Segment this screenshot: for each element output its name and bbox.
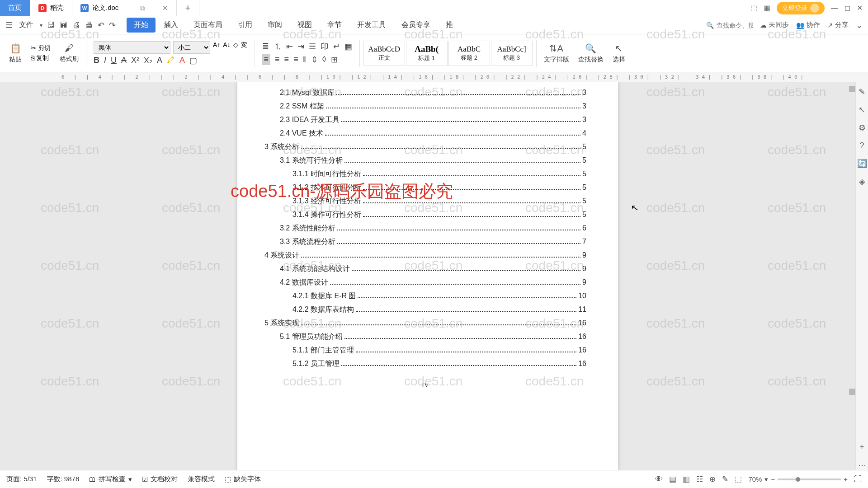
collab-button[interactable]: 👥 协作 (796, 21, 820, 29)
toc-entry[interactable]: 3.2 系统性能分析6 (264, 224, 586, 233)
phonetic-icon[interactable]: 変 (241, 41, 247, 54)
menu-tab-3[interactable]: 引用 (231, 18, 259, 33)
save-as-icon[interactable]: 🖬 (60, 20, 68, 30)
tab-close-icon[interactable]: ✕ (162, 4, 168, 12)
select-label[interactable]: 选择 (613, 56, 625, 64)
zoom-out-icon[interactable]: − (771, 475, 775, 483)
align-right-icon[interactable]: ≡ (284, 55, 289, 64)
redo-icon[interactable]: ↷ (109, 20, 116, 30)
toc-entry[interactable]: 3.1.1 时间可行性分析5 (264, 169, 586, 179)
settings-icon[interactable]: ⚙ (859, 123, 866, 133)
font-size-select[interactable]: 小二 (173, 41, 210, 54)
tab-daoke[interactable]: D稻壳 (30, 0, 72, 16)
proof-button[interactable]: ☑ 文档校对 (142, 475, 178, 483)
align-left-icon[interactable]: ≡ (262, 54, 271, 65)
menu-tab-5[interactable]: 视图 (290, 18, 319, 33)
format-painter-label[interactable]: 格式刷 (60, 55, 79, 63)
copy-button[interactable]: ⎘ 复制 (31, 54, 51, 62)
toc-entry[interactable]: 2.1 Mysql 数据库3 (264, 88, 586, 98)
toc-entry[interactable]: 4.1 系统功能结构设计9 (264, 264, 586, 274)
share-button[interactable]: ↗ 分享 (827, 21, 849, 29)
draft-view-icon[interactable]: ✎ (722, 474, 728, 484)
read-view-icon[interactable]: ▤ (669, 474, 676, 484)
toc-entry[interactable]: 4.2 数据库设计9 (264, 278, 586, 287)
word-count[interactable]: 字数: 9878 (47, 475, 80, 483)
style-标题 2[interactable]: AaBbC标题 2 (448, 41, 490, 66)
menu-tab-0[interactable]: 开始 (127, 18, 156, 33)
styles-gallery[interactable]: AaBbCcD正文AaBb(标题 1AaBbC标题 2AaBbCc]标题 3 (363, 41, 533, 66)
menu-tab-9[interactable]: 推 (439, 18, 460, 33)
text-layout-icon[interactable]: ⇅A (549, 43, 563, 54)
style-标题 1[interactable]: AaBb(标题 1 (406, 41, 448, 66)
document-area[interactable]: 2.1 Mysql 数据库32.2 SSM 框架32.3 IDEA 开发工具32… (0, 82, 855, 470)
cut-button[interactable]: ✂ 剪切 (31, 44, 51, 52)
bullets-icon[interactable]: ≣ (262, 42, 269, 52)
menu-tab-4[interactable]: 审阅 (260, 18, 289, 33)
clear-format-icon[interactable]: ◇ (233, 41, 238, 54)
missing-fonts[interactable]: ⬚ 缺失字体 (225, 475, 261, 483)
undo-icon[interactable]: ↶ (98, 20, 104, 30)
zoom-in-side-icon[interactable]: + (859, 442, 864, 452)
tab-document[interactable]: W论文.doc⧉✕ (72, 0, 177, 16)
toc-entry[interactable]: 5 系统实现16 (264, 319, 586, 328)
toc-entry[interactable]: 3.3 系统流程分析7 (264, 237, 586, 247)
align-center-icon[interactable]: ≡ (275, 55, 280, 64)
chevron-down-icon[interactable]: ▾ (40, 22, 42, 28)
fit-page-icon[interactable]: ⬚ (735, 474, 742, 484)
line-spacing-icon[interactable]: ⇕ (311, 55, 318, 65)
fullscreen-icon[interactable]: ⛶ (854, 475, 862, 484)
toc-entry[interactable]: 5.1.1 部门主管管理16 (264, 346, 586, 355)
text-effect-icon[interactable]: A (157, 56, 162, 65)
layout-toggle-icon[interactable]: ⬚ (750, 4, 757, 12)
zoom-in-icon[interactable]: + (844, 475, 848, 483)
strike-button[interactable]: A (121, 56, 127, 65)
toc-entry[interactable]: 4 系统设计9 (264, 251, 586, 260)
style-正文[interactable]: AaBbCcD正文 (363, 41, 405, 66)
toc-entry[interactable]: 4.2.1 数据库 E-R 图10 (264, 291, 586, 301)
more-icon[interactable]: ⋯ (858, 460, 866, 470)
char-border-icon[interactable]: ▢ (189, 56, 197, 66)
indent-icon[interactable]: ⇥ (297, 42, 304, 52)
select-icon[interactable]: ↖ (615, 43, 623, 54)
bold-button[interactable]: B (94, 56, 99, 65)
toc-entry[interactable]: 4.2.2 数据库表结构11 (264, 305, 586, 314)
help-icon[interactable]: ? (859, 141, 864, 150)
toc-entry[interactable]: 2.4 VUE 技术4 (264, 129, 586, 138)
highlight-button[interactable]: 🖍 (167, 56, 175, 65)
italic-button[interactable]: I (104, 56, 106, 65)
collapse-ribbon-icon[interactable]: ⌄ (856, 20, 863, 30)
outdent-icon[interactable]: ⇤ (286, 42, 293, 52)
sync-status[interactable]: ☁ 未同步 (760, 21, 789, 29)
menu-icon[interactable]: ☰ (5, 20, 13, 30)
shading-icon[interactable]: ◊ (322, 55, 326, 64)
web-view-icon[interactable]: ⊕ (709, 474, 716, 484)
sort-icon[interactable]: ☰ (309, 42, 316, 52)
scroll-down-button[interactable] (849, 389, 855, 395)
print-icon[interactable]: 🖨 (72, 20, 80, 30)
file-menu[interactable]: 文件 (17, 20, 35, 30)
paste-label[interactable]: 粘贴 (9, 56, 22, 64)
apps-icon[interactable]: ▦ (764, 4, 770, 12)
style-标题 3[interactable]: AaBbCc]标题 3 (491, 41, 533, 66)
zoom-slider[interactable] (778, 479, 841, 480)
close-icon[interactable]: ✕ (857, 4, 863, 12)
shrink-font-icon[interactable]: A↓ (223, 41, 230, 54)
save-icon[interactable]: 🖫 (47, 20, 55, 30)
search-input[interactable] (717, 22, 753, 29)
menu-tab-2[interactable]: 页面布局 (186, 18, 230, 33)
cursor-icon[interactable]: ↖ (859, 105, 865, 115)
show-marks-icon[interactable]: ↵ (333, 42, 340, 52)
superscript-button[interactable]: X² (131, 56, 139, 65)
asian-layout-icon[interactable]: 卬 (321, 41, 329, 52)
font-family-select[interactable]: 黑体 (94, 41, 170, 54)
numbering-icon[interactable]: ⒈ (274, 41, 282, 52)
distribute-icon[interactable]: ⫴ (303, 55, 307, 64)
table-icon[interactable]: ▦ (344, 42, 352, 52)
toc-entry[interactable]: 5.1.2 员工管理16 (264, 359, 586, 369)
minimize-icon[interactable]: — (831, 4, 838, 12)
eye-icon[interactable]: 👁 (655, 475, 663, 484)
justify-icon[interactable]: ≡ (293, 55, 298, 64)
tag-icon[interactable]: ◈ (859, 177, 865, 187)
paste-icon[interactable]: 📋 (10, 43, 21, 54)
menu-tab-7[interactable]: 开发工具 (350, 18, 393, 33)
